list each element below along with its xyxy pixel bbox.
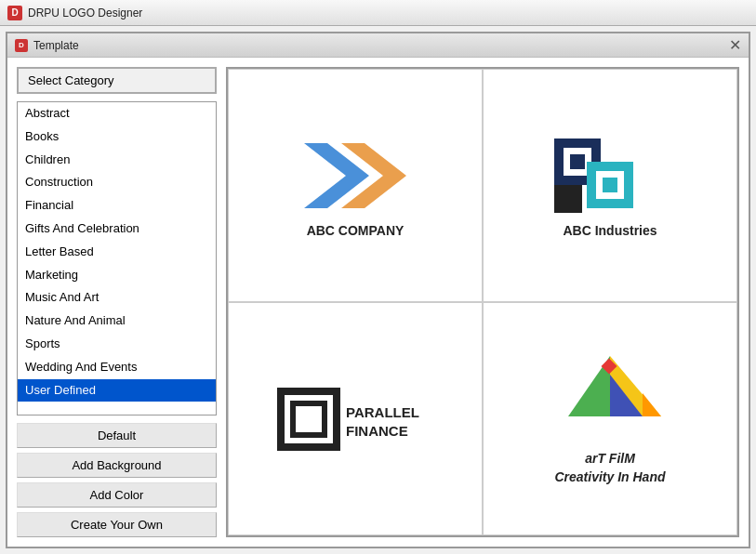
app-title-bar: D DRPU LOGO Designer: [0, 0, 756, 26]
category-item-abstract[interactable]: Abstract: [18, 102, 216, 125]
add-background-button[interactable]: Add Background: [17, 453, 217, 478]
category-item-marketing[interactable]: Marketing: [18, 264, 216, 287]
art-film-svg: [550, 351, 670, 444]
window-content: Select Category Abstract Books Children …: [7, 58, 749, 547]
svg-rect-4: [570, 154, 585, 169]
app-icon: D: [7, 6, 22, 20]
close-button[interactable]: ✕: [729, 38, 741, 53]
category-item-gifts[interactable]: Gifts And Celebration: [18, 218, 216, 241]
add-color-button[interactable]: Add Color: [17, 482, 217, 508]
abc-industries-svg: [550, 134, 670, 218]
window-icon: D: [15, 39, 28, 52]
category-item-wedding[interactable]: Wedding And Events: [18, 356, 216, 379]
svg-rect-8: [554, 185, 582, 213]
default-button[interactable]: Default: [17, 423, 217, 448]
svg-rect-7: [603, 178, 617, 192]
app-title: DRPU LOGO Designer: [28, 7, 142, 20]
logo-abc-company-container: ABC COMPANY: [238, 79, 472, 292]
abc-company-svg: [290, 134, 420, 218]
abc-company-label: ABC COMPANY: [307, 223, 405, 238]
svg-rect-10: [293, 403, 325, 435]
parallel-finance-svg: PARALLEL FINANCE: [276, 382, 434, 456]
category-item-music[interactable]: Music And Art: [18, 286, 216, 310]
svg-rect-9: [281, 391, 337, 447]
window-title-bar: D Template ✕: [7, 33, 749, 58]
category-item-children[interactable]: Children: [18, 149, 216, 172]
category-item-nature[interactable]: Nature And Animal: [18, 310, 216, 333]
logo-cell-abc-company[interactable]: ABC COMPANY: [228, 69, 483, 302]
logo-cell-art-film[interactable]: arT FilM Creativity In Hand: [483, 302, 737, 535]
category-item-sports[interactable]: Sports: [18, 333, 216, 356]
svg-text:PARALLEL: PARALLEL: [346, 404, 419, 420]
abc-industries-label: ABC Industries: [563, 223, 657, 238]
category-item-books[interactable]: Books: [18, 125, 216, 149]
category-item-financial[interactable]: Financial: [18, 194, 216, 218]
action-buttons: Default Add Background Add Color Create …: [17, 423, 217, 537]
category-list[interactable]: Abstract Books Children Construction Fin…: [17, 101, 217, 416]
window-title: Template: [33, 39, 79, 52]
select-category-button[interactable]: Select Category: [17, 67, 217, 94]
logo-art-film-container: arT FilM Creativity In Hand: [493, 312, 727, 525]
svg-marker-17: [643, 393, 661, 416]
category-item-letter[interactable]: Letter Based: [18, 241, 216, 264]
logo-cell-abc-industries[interactable]: ABC Industries: [483, 69, 737, 302]
template-window: D Template ✕ Select Category Abstract Bo…: [6, 32, 750, 548]
svg-text:FINANCE: FINANCE: [346, 423, 408, 439]
create-your-own-button[interactable]: Create Your Own: [17, 512, 217, 537]
logo-grid: ABC COMPANY: [226, 67, 739, 537]
logo-cell-parallel-finance[interactable]: PARALLEL FINANCE: [228, 302, 483, 535]
logo-abc-industries-container: ABC Industries: [493, 79, 727, 292]
category-item-user[interactable]: User Defined: [18, 379, 216, 402]
logo-parallel-finance-container: PARALLEL FINANCE: [238, 312, 472, 525]
category-item-construction[interactable]: Construction: [18, 171, 216, 194]
left-panel: Select Category Abstract Books Children …: [17, 67, 217, 537]
art-film-label: arT FilM Creativity In Hand: [554, 450, 665, 486]
